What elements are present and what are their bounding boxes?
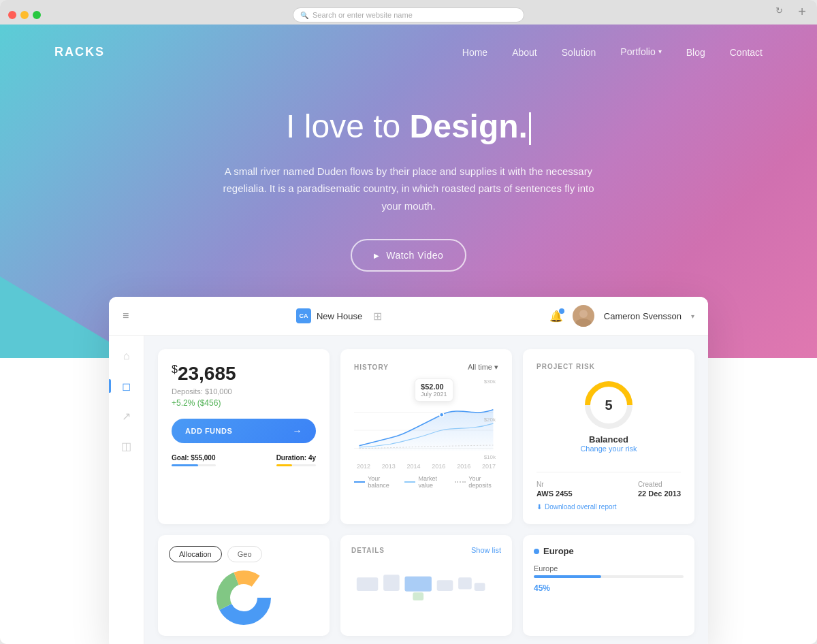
chevron-down-icon: ▾ <box>658 48 662 55</box>
search-icon: 🔍 <box>300 12 308 19</box>
notification-bell[interactable]: 🔔 <box>549 310 563 323</box>
dashboard-body: ⌂ ◻ ↗ ◫ <box>109 336 708 644</box>
goal-info: Goal: $55,000 <box>172 454 216 466</box>
details-header: DETAILS Show list <box>351 546 501 554</box>
risk-info: Nr AWS 2455 Created 22 Dec 2013 <box>536 472 681 498</box>
europe-bar-fill <box>534 575 601 578</box>
nav-contact[interactable]: Contact <box>730 47 763 58</box>
tab-geo[interactable]: Geo <box>227 546 262 562</box>
site-logo[interactable]: RACKS <box>54 45 105 59</box>
browser-toolbar: 🔍 Search or enter website name ↻ + <box>0 0 817 25</box>
arrow-right-icon: → <box>293 425 303 436</box>
svg-rect-16 <box>475 583 485 591</box>
balance-footer: Goal: $55,000 Duration: 4y <box>172 454 316 466</box>
duration-progress <box>276 464 316 466</box>
details-card: DETAILS Show list <box>340 535 512 636</box>
navbar: RACKS Home About Solution Portfolio ▾ Bl… <box>0 25 817 80</box>
legend-deposits: Your deposits <box>455 475 498 489</box>
nav-links: Home About Solution Portfolio ▾ Blog Con… <box>462 46 763 59</box>
balance-change: +5.2% ($456) <box>172 398 316 408</box>
minimize-button[interactable] <box>20 11 29 19</box>
dashboard-header: ≡ CA New House ⊞ 🔔 <box>109 297 708 336</box>
menu-icon[interactable]: ≡ <box>123 310 129 322</box>
nav-blog[interactable]: Blog <box>686 47 705 58</box>
sidebar-chart-icon[interactable]: ↗ <box>120 409 133 423</box>
world-map <box>351 561 501 615</box>
risk-card: PROJECT RISK 5 Balanced Change your risk <box>523 349 694 524</box>
sidebar-folder-icon[interactable]: ◫ <box>120 439 133 453</box>
active-indicator <box>109 379 111 393</box>
svg-rect-17 <box>405 577 432 592</box>
browser-window: 🔍 Search or enter website name ↻ + RACKS… <box>0 0 817 644</box>
risk-gauge: 5 Balanced Change your risk <box>536 381 681 464</box>
nav-solution[interactable]: Solution <box>562 47 596 58</box>
dashboard-header-right: 🔔 Cameron Svensson ▾ <box>549 305 694 327</box>
chart-tooltip: $52.00 July 2021 <box>415 379 453 402</box>
svg-point-2 <box>579 310 588 318</box>
project-badge: CA <box>296 308 311 323</box>
watch-video-button[interactable]: ▶ Watch Video <box>351 239 467 272</box>
allocation-tabs: Allocation Geo <box>169 546 319 562</box>
user-avatar <box>573 305 594 327</box>
hero-content: I love to Design. A small river named Du… <box>0 80 817 299</box>
user-menu-chevron[interactable]: ▾ <box>691 312 694 320</box>
traffic-lights <box>8 11 41 19</box>
goal-progress-fill <box>172 464 198 466</box>
chart-legend: Your balance Market value Your deposits <box>354 475 498 489</box>
play-icon: ▶ <box>374 252 380 259</box>
svg-point-6 <box>440 413 444 417</box>
show-list-link[interactable]: Show list <box>471 546 501 554</box>
svg-rect-11 <box>357 577 378 591</box>
svg-point-1 <box>575 319 592 327</box>
tab-allocation[interactable]: Allocation <box>169 546 222 562</box>
reload-button[interactable]: ↻ <box>775 5 783 16</box>
europe-bar-label: Europe <box>534 564 684 573</box>
svg-point-10 <box>236 590 252 606</box>
europe-name: Europe <box>543 546 574 556</box>
sidebar-home-icon[interactable]: ⌂ <box>120 349 133 363</box>
history-header: HISTORY All time ▾ <box>354 363 498 372</box>
project-name: New House <box>317 311 362 321</box>
europe-percentage: 45% <box>534 583 684 593</box>
dashboard-sidebar: ⌂ ◻ ↗ ◫ <box>109 336 144 644</box>
deposits-label: Deposits: $10,000 <box>172 387 316 396</box>
sidebar-wallet-icon[interactable]: ◻ <box>120 379 133 393</box>
pie-chart <box>169 570 319 625</box>
y-axis-labels: $30k $20k $10k <box>484 379 496 460</box>
risk-status: Balanced <box>589 434 628 445</box>
europe-card: Europe Europe 45% <box>523 535 694 636</box>
europe-dot <box>534 549 539 554</box>
nav-about[interactable]: About <box>512 47 537 58</box>
allocation-card: Allocation Geo <box>158 535 330 636</box>
details-title: DETAILS <box>351 547 385 554</box>
address-bar[interactable]: 🔍 Search or enter website name <box>293 7 524 22</box>
grid-icon[interactable]: ⊞ <box>373 310 382 323</box>
risk-nr: Nr AWS 2455 <box>536 481 573 498</box>
change-risk-link[interactable]: Change your risk <box>580 445 637 453</box>
nav-home[interactable]: Home <box>462 47 487 58</box>
svg-rect-18 <box>413 592 423 600</box>
project-selector[interactable]: CA New House ⊞ <box>296 308 382 323</box>
history-card: HISTORY All time ▾ $52.00 July 2021 $30k <box>340 349 512 524</box>
hero-title: I love to Design. <box>14 107 803 146</box>
legend-market: Market value <box>404 475 447 489</box>
balance-amount: $23,685 <box>172 363 316 385</box>
legend-balance: Your balance <box>354 475 396 489</box>
duration-progress-fill <box>276 464 292 466</box>
nav-portfolio[interactable]: Portfolio ▾ <box>620 46 661 57</box>
close-button[interactable] <box>8 11 16 19</box>
svg-rect-15 <box>458 577 472 589</box>
history-title: HISTORY <box>354 364 389 371</box>
add-funds-button[interactable]: ADD FUNDS → <box>172 419 316 443</box>
europe-bar-track <box>534 575 684 578</box>
svg-rect-14 <box>437 580 453 591</box>
website: RACKS Home About Solution Portfolio ▾ Bl… <box>0 25 817 644</box>
new-tab-button[interactable]: + <box>798 4 806 20</box>
time-filter[interactable]: All time ▾ <box>468 363 498 372</box>
chart-svg <box>354 389 498 471</box>
maximize-button[interactable] <box>33 11 41 19</box>
europe-header: Europe <box>534 546 684 556</box>
hero-description: A small river named Duden flows by their… <box>218 163 599 215</box>
download-report-link[interactable]: ⬇ Download overall report <box>536 503 681 511</box>
risk-title: PROJECT RISK <box>536 363 681 370</box>
